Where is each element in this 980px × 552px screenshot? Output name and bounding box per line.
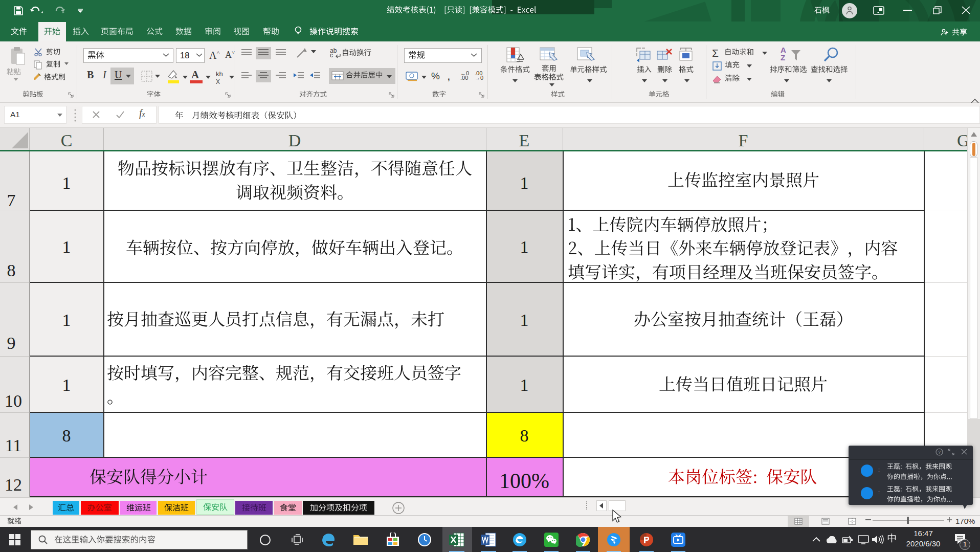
svg-text:?: ?	[938, 450, 941, 455]
